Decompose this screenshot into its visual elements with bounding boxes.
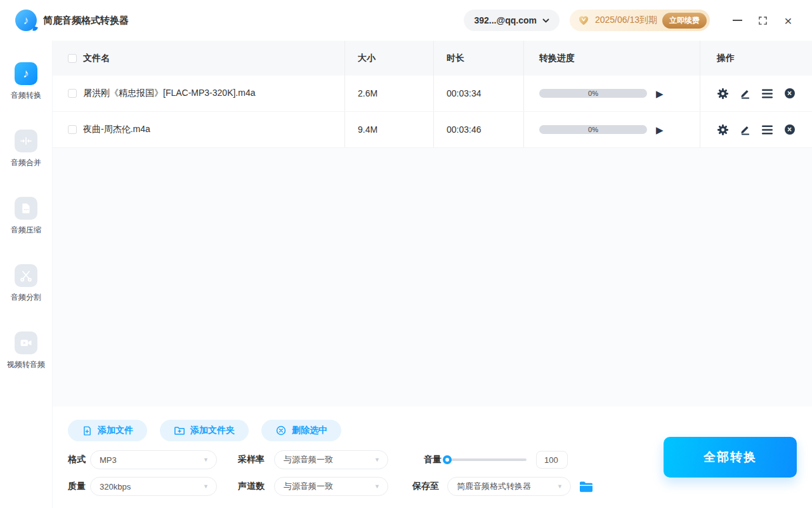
file-list-empty-area — [53, 148, 812, 406]
sample-rate-select[interactable]: 与源音频一致 ▼ — [274, 450, 388, 469]
file-duration: 00:03:46 — [447, 124, 481, 135]
sidebar-item-label: 音频压缩 — [11, 225, 41, 236]
edit-button[interactable] — [739, 88, 751, 100]
add-file-label: 添加文件 — [98, 425, 133, 436]
video-camera-icon — [15, 331, 37, 354]
select-all-checkbox[interactable] — [68, 54, 77, 63]
renew-button[interactable]: 立即续费 — [662, 13, 707, 29]
topbar: ♪ 简鹿音频格式转换器 392...@qq.com 2025/06/13到期 立… — [0, 0, 812, 41]
header-size: 大小 — [358, 53, 376, 64]
close-icon: × — [784, 14, 792, 27]
sidebar-item-audio-split[interactable]: 音频分割 — [11, 264, 41, 303]
sidebar-item-label: 视频转音频 — [7, 359, 45, 370]
quality-label: 质量 — [68, 481, 86, 492]
sidebar-item-label: 音频分割 — [11, 292, 41, 303]
quality-value: 320kbps — [100, 482, 131, 491]
maximize-icon — [759, 17, 767, 25]
dropdown-arrow-icon: ▼ — [203, 457, 209, 463]
convert-all-button[interactable]: 全部转换 — [664, 437, 797, 478]
volume-label: 音量 — [424, 454, 442, 465]
info-list-button[interactable] — [761, 124, 773, 136]
pencil-icon — [740, 88, 750, 99]
chevron-down-icon — [542, 18, 549, 23]
file-name: 屠洪刚《精忠报国》[FLAC-MP3-320K].m4a — [83, 88, 256, 99]
app-logo-music-icon: ♪ — [15, 10, 37, 31]
music-note-icon: ♪ — [15, 62, 37, 85]
settings-gear-button[interactable] — [717, 88, 729, 100]
merge-arrows-icon — [15, 130, 37, 152]
channels-label: 声道数 — [238, 481, 265, 492]
progress-bar: 0% — [539, 125, 647, 134]
sample-rate-value: 与源音频一致 — [284, 454, 333, 465]
row-checkbox[interactable] — [68, 89, 77, 98]
file-plus-icon — [82, 425, 93, 436]
progress-label: 0% — [539, 89, 647, 98]
license-banner: 2025/06/13到期 立即续费 — [570, 10, 710, 31]
volume-slider[interactable] — [447, 458, 527, 461]
sidebar: ♪ 音频转换 音频合并 — [0, 41, 53, 508]
save-to-select[interactable]: 简鹿音频格式转换器 ▼ — [447, 477, 571, 496]
volume-input[interactable] — [536, 451, 568, 469]
gear-icon — [717, 88, 729, 100]
row-checkbox[interactable] — [68, 125, 77, 134]
dropdown-arrow-icon: ▼ — [374, 457, 380, 463]
vip-heart-icon — [577, 14, 590, 27]
format-label: 格式 — [68, 454, 86, 465]
circle-x-icon — [275, 425, 287, 436]
volume-slider-knob[interactable] — [443, 455, 452, 464]
sidebar-item-audio-convert[interactable]: ♪ 音频转换 — [11, 62, 41, 101]
channels-select[interactable]: 与源音频一致 ▼ — [274, 477, 388, 496]
dropdown-arrow-icon: ▼ — [557, 483, 563, 490]
table-row: 夜曲-周杰伦.m4a 9.4M 00:03:46 0% ▶ — [53, 112, 812, 148]
progress-bar: 0% — [539, 89, 647, 98]
sidebar-item-label: 音频合并 — [11, 157, 41, 168]
delete-selected-label: 删除选中 — [292, 425, 327, 436]
format-select[interactable]: MP3 ▼ — [90, 450, 217, 469]
settings-gear-button[interactable] — [717, 124, 729, 136]
hamburger-icon — [762, 125, 773, 135]
x-circle-icon: × — [785, 88, 795, 98]
hamburger-icon — [762, 89, 773, 98]
license-expiry: 2025/06/13到期 — [595, 15, 657, 26]
play-button[interactable]: ▶ — [656, 125, 664, 135]
info-list-button[interactable] — [761, 88, 773, 100]
gear-icon — [717, 124, 729, 136]
sample-rate-label: 采样率 — [238, 454, 265, 465]
account-dropdown[interactable]: 392...@qq.com — [464, 10, 559, 31]
save-to-value: 简鹿音频格式转换器 — [457, 481, 531, 492]
sidebar-item-audio-merge[interactable]: 音频合并 — [11, 130, 41, 168]
quality-select[interactable]: 320kbps ▼ — [90, 477, 217, 496]
sidebar-item-label: 音频转换 — [11, 90, 41, 101]
delete-row-button[interactable]: × — [783, 88, 796, 100]
settings-row-2: 质量 320kbps ▼ 声道数 与源音频一致 ▼ — [68, 477, 812, 496]
header-duration: 时长 — [447, 53, 464, 64]
sidebar-item-audio-compress[interactable]: 音频压缩 — [11, 197, 41, 236]
open-folder-button[interactable] — [579, 481, 593, 493]
file-duration: 00:03:34 — [447, 88, 481, 98]
play-button[interactable]: ▶ — [656, 89, 664, 98]
add-folder-button[interactable]: 添加文件夹 — [160, 420, 249, 441]
header-filename: 文件名 — [83, 53, 110, 64]
file-size: 9.4M — [358, 124, 377, 135]
minimize-button[interactable] — [728, 11, 747, 30]
table-row: 屠洪刚《精忠报国》[FLAC-MP3-320K].m4a 2.6M 00:03:… — [53, 76, 812, 112]
file-name: 夜曲-周杰伦.m4a — [83, 124, 150, 135]
dropdown-arrow-icon: ▼ — [374, 483, 380, 490]
delete-selected-button[interactable]: 删除选中 — [261, 420, 341, 441]
folder-plus-icon — [174, 425, 185, 436]
add-file-button[interactable]: 添加文件 — [68, 420, 147, 441]
sidebar-item-video-to-audio[interactable]: 视频转音频 — [7, 331, 45, 370]
table-header: 文件名 大小 时长 转换进度 操作 — [53, 41, 812, 76]
format-value: MP3 — [100, 455, 117, 465]
close-button[interactable]: × — [778, 11, 798, 30]
add-folder-label: 添加文件夹 — [190, 425, 235, 436]
maximize-button[interactable] — [753, 11, 773, 30]
actions-row: 添加文件 添加文件夹 删除选中 — [68, 406, 812, 441]
minimize-icon — [733, 20, 742, 21]
delete-row-button[interactable]: × — [783, 124, 796, 136]
channels-value: 与源音频一致 — [284, 481, 333, 492]
header-actions: 操作 — [717, 53, 735, 64]
topbar-right: 392...@qq.com 2025/06/13到期 立即续费 × — [464, 10, 798, 31]
edit-button[interactable] — [739, 124, 751, 136]
compress-file-icon — [15, 197, 37, 220]
